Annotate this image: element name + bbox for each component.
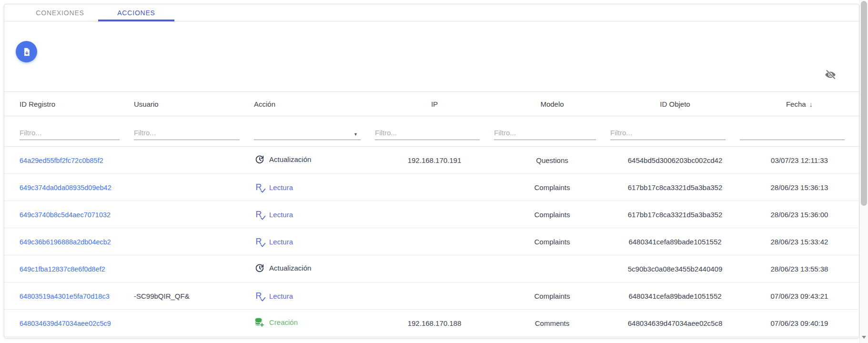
cell-accion: Actualización — [254, 262, 375, 275]
filter-cell-accion: ▼ — [254, 127, 375, 146]
cell-id: 649c36b6196888a2db04ecb2 — [20, 238, 134, 246]
table-row: 649c3740b8c5d4aec7071032RLecturaComplain… — [4, 201, 859, 228]
table-row: 649c374da0da08935d09eb42RLecturaComplain… — [4, 174, 859, 201]
filter-input-ip[interactable] — [375, 127, 480, 140]
table-row: 64803519a4301e5fa70d18c3-SC99bQIR_QF&RLe… — [4, 282, 859, 310]
cell-accion: RLectura — [254, 236, 375, 247]
record-id-link[interactable]: 649c374da0da08935d09eb42 — [20, 184, 111, 192]
scroll-down-button[interactable] — [860, 333, 868, 341]
column-header-accion[interactable]: Acción — [254, 100, 375, 108]
column-header-modelo[interactable]: Modelo — [494, 100, 610, 108]
cell-accion: Actualización — [254, 154, 375, 166]
eye-off-icon — [824, 69, 837, 81]
table-row: 648034639d47034aee02c5c9Creación192.168.… — [4, 310, 859, 337]
record-id-link[interactable]: 649c3740b8c5d4aec7071032 — [20, 211, 111, 219]
audit-log-card: CONEXIONES ACCIONES — [4, 4, 859, 338]
toggle-columns-button[interactable] — [824, 69, 837, 81]
cell-fecha: 07/06/23 09:40:19 — [740, 319, 859, 327]
cell-objeto: 648034639d47034aee02c5c8 — [610, 319, 740, 327]
column-header-id[interactable]: ID Registro — [20, 100, 134, 108]
filter-input-id[interactable] — [20, 127, 120, 140]
toolbar — [4, 21, 859, 92]
record-id-link[interactable]: 649c1fba12837c8e6f0d8ef2 — [20, 265, 105, 273]
cell-objeto: 5c90b3c0a08e3455b2440409 — [610, 265, 740, 273]
tabbar: CONEXIONES ACCIONES — [4, 4, 859, 21]
action-badge-update: Actualización — [254, 154, 311, 165]
column-header-objeto[interactable]: ID Objeto — [610, 100, 740, 108]
action-label: Lectura — [269, 211, 293, 219]
table-row: 64a29ed55fbf2fc72c0b85f2Actualización192… — [4, 147, 859, 174]
cell-accion: RLectura — [254, 182, 375, 193]
record-id-link[interactable]: 648034639d47034aee02c5c9 — [20, 320, 111, 327]
cell-fecha: 28/06/23 15:33:42 — [740, 238, 859, 246]
cell-modelo: Complaints — [494, 292, 610, 300]
column-header-label: Acción — [254, 100, 275, 108]
cell-fecha: 28/06/23 15:36:13 — [740, 183, 859, 192]
record-id-link[interactable]: 64803519a4301e5fa70d18c3 — [20, 293, 110, 300]
cell-fecha: 03/07/23 12:11:33 — [740, 156, 859, 164]
tab-acciones[interactable]: ACCIONES — [98, 4, 174, 21]
cell-objeto: 6480341cefa89bade1051552 — [610, 238, 740, 246]
cell-modelo: Questions — [494, 156, 610, 164]
cell-accion: RLectura — [254, 291, 375, 302]
filter-input-objeto[interactable] — [610, 127, 726, 140]
cell-accion: Creación — [254, 317, 375, 329]
tab-conexiones[interactable]: CONEXIONES — [22, 4, 98, 21]
column-header-label: ID Objeto — [660, 100, 690, 108]
log-table: ID RegistroUsuarioAcciónIPModeloID Objet… — [4, 92, 859, 337]
filter-input-usuario[interactable] — [134, 127, 240, 140]
cell-modelo: Complaints — [494, 211, 610, 219]
column-header-label: ID Registro — [20, 100, 55, 108]
db-add-icon — [254, 317, 265, 328]
action-label: Creación — [269, 318, 298, 326]
action-badge-update: Actualización — [254, 262, 311, 273]
column-header-label: Modelo — [540, 100, 564, 108]
filter-cell-fecha — [740, 127, 859, 146]
cell-objeto: 617bb17c8ca3321d5a3ba352 — [610, 183, 740, 192]
filter-input-fecha[interactable] — [740, 127, 845, 140]
column-header-usuario[interactable]: Usuario — [134, 100, 254, 108]
read-check-icon: R — [254, 236, 265, 247]
read-check-icon: R — [254, 182, 265, 193]
cell-accion: RLectura — [254, 209, 375, 220]
export-file-button[interactable] — [16, 41, 37, 62]
read-check-icon: R — [254, 291, 265, 302]
filter-input-modelo[interactable] — [494, 127, 596, 140]
filter-select-accion[interactable]: ▼ — [254, 127, 361, 140]
cell-usuario: -SC99bQIR_QF& — [134, 292, 254, 300]
cell-ip: 192.168.170.188 — [375, 319, 494, 327]
cell-ip: 192.168.170.191 — [375, 156, 494, 164]
cell-id: 64803519a4301e5fa70d18c3 — [20, 292, 134, 300]
scroll-down-arrow-icon — [862, 336, 866, 339]
page: CONEXIONES ACCIONES — [0, 0, 868, 343]
column-header-fecha[interactable]: Fecha↓ — [740, 100, 859, 108]
action-badge-read: RLectura — [254, 182, 293, 193]
cell-objeto: 617bb17c8ca3321d5a3ba352 — [610, 211, 740, 219]
cell-fecha: 28/06/23 15:36:00 — [740, 211, 859, 219]
column-header-ip[interactable]: IP — [375, 100, 494, 108]
file-download-icon — [22, 47, 31, 57]
table-body: 64a29ed55fbf2fc72c0b85f2Actualización192… — [4, 147, 859, 337]
vertical-scrollbar[interactable] — [859, 0, 868, 343]
scrollbar-thumb[interactable] — [861, 1, 867, 206]
cell-fecha: 28/06/23 13:55:38 — [740, 265, 859, 273]
filter-cell-id — [20, 127, 134, 146]
cell-id: 648034639d47034aee02c5c9 — [20, 319, 134, 327]
table-filter-row: ▼ — [4, 116, 859, 147]
cell-id: 649c374da0da08935d09eb42 — [20, 183, 134, 192]
cell-objeto: 6454bd5d3006203bc002cd42 — [610, 156, 740, 164]
action-label: Lectura — [269, 238, 293, 246]
sort-desc-arrow-icon[interactable]: ↓ — [809, 100, 813, 108]
action-label: Actualización — [269, 155, 311, 163]
record-id-link[interactable]: 64a29ed55fbf2fc72c0b85f2 — [20, 157, 103, 164]
cell-fecha: 07/06/23 09:43:21 — [740, 292, 859, 300]
filter-cell-usuario — [134, 127, 254, 146]
action-badge-read: RLectura — [254, 291, 293, 302]
filter-cell-modelo — [494, 127, 610, 146]
record-id-link[interactable]: 649c36b6196888a2db04ecb2 — [20, 238, 111, 246]
column-header-label: Fecha — [786, 100, 806, 108]
action-label: Actualización — [269, 264, 311, 272]
cell-modelo: Complaints — [494, 238, 610, 246]
action-label: Lectura — [269, 292, 293, 300]
table-row: 649c1fba12837c8e6f0d8ef2Actualización5c9… — [4, 255, 859, 282]
